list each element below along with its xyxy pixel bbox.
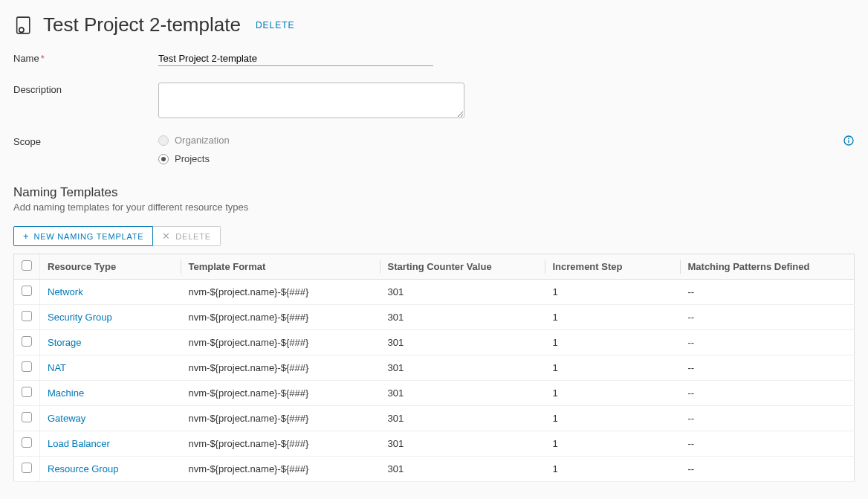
resource-type-cell[interactable]: Storage	[40, 330, 181, 355]
scope-organization-option: Organization	[158, 135, 230, 146]
plus-icon: +	[23, 231, 29, 241]
row-checkbox[interactable]	[22, 463, 32, 473]
resource-type-cell[interactable]: Machine	[40, 381, 181, 406]
row-checkbox[interactable]	[22, 286, 32, 296]
template-format-cell: nvm-${project.name}-${###}	[181, 330, 380, 355]
row-checkbox[interactable]	[22, 412, 32, 422]
template-format-cell: nvm-${project.name}-${###}	[181, 381, 380, 406]
resource-type-cell[interactable]: Network	[40, 280, 181, 305]
resource-type-cell[interactable]: Security Group	[40, 305, 181, 330]
starting-counter-cell: 301	[380, 431, 545, 457]
table-row: Resource Groupnvm-${project.name}-${###}…	[14, 457, 855, 482]
template-format-cell: nvm-${project.name}-${###}	[181, 280, 380, 305]
template-format-cell: nvm-${project.name}-${###}	[181, 457, 380, 482]
col-matching-patterns[interactable]: Matching Patterns Defined	[681, 254, 855, 280]
table-row: Security Groupnvm-${project.name}-${###}…	[14, 305, 855, 330]
row-checkbox-cell	[14, 457, 40, 482]
table-body: Networknvm-${project.name}-${###}3011--S…	[14, 280, 855, 482]
scope-label: Scope	[13, 135, 158, 147]
scope-info-icon[interactable]	[565, 135, 855, 147]
select-all-checkbox[interactable]	[22, 260, 32, 271]
radio-projects[interactable]	[158, 154, 169, 164]
starting-counter-cell: 301	[380, 381, 545, 406]
name-label-text: Name	[13, 53, 39, 64]
description-input[interactable]	[158, 83, 464, 118]
increment-step-cell: 1	[545, 431, 681, 457]
matching-patterns-cell: --	[681, 431, 855, 457]
matching-patterns-cell: --	[681, 406, 855, 431]
increment-step-cell: 1	[545, 330, 681, 355]
matching-patterns-cell: --	[681, 457, 855, 482]
matching-patterns-cell: --	[681, 280, 855, 305]
resource-type-cell[interactable]: Resource Group	[40, 457, 181, 482]
table-row: Machinenvm-${project.name}-${###}3011--	[14, 381, 855, 406]
matching-patterns-cell: --	[681, 381, 855, 406]
template-format-cell: nvm-${project.name}-${###}	[181, 305, 380, 330]
increment-step-cell: 1	[545, 280, 681, 305]
scope-radio-group: Organization Projects	[158, 135, 230, 164]
col-starting-counter[interactable]: Starting Counter Value	[380, 254, 545, 280]
table-row: NATnvm-${project.name}-${###}3011--	[14, 355, 855, 381]
row-checkbox-cell	[14, 406, 40, 431]
scope-projects-option[interactable]: Projects	[158, 153, 230, 164]
row-checkbox[interactable]	[22, 336, 32, 347]
row-checkbox-cell	[14, 381, 40, 406]
starting-counter-cell: 301	[380, 280, 545, 305]
template-format-cell: nvm-${project.name}-${###}	[181, 406, 380, 431]
page-title: Test Project 2-template	[43, 13, 241, 36]
radio-organization-label: Organization	[175, 135, 230, 146]
radio-projects-label[interactable]: Projects	[175, 153, 210, 164]
row-checkbox[interactable]	[22, 387, 32, 397]
name-row: Name*	[13, 51, 855, 66]
resource-type-cell[interactable]: Load Balancer	[40, 431, 181, 457]
matching-patterns-cell: --	[681, 330, 855, 355]
new-naming-template-button[interactable]: + NEW NAMING TEMPLATE	[13, 226, 153, 246]
close-icon: ✕	[162, 231, 171, 241]
section-title: Naming Templates	[13, 185, 855, 200]
new-naming-template-label: NEW NAMING TEMPLATE	[33, 232, 143, 241]
description-row: Description	[13, 83, 855, 118]
row-checkbox-cell	[14, 355, 40, 381]
page-header: Test Project 2-template DELETE	[13, 13, 855, 36]
increment-step-cell: 1	[545, 305, 681, 330]
matching-patterns-cell: --	[681, 305, 855, 330]
name-input[interactable]	[158, 51, 433, 66]
starting-counter-cell: 301	[380, 406, 545, 431]
radio-organization	[158, 135, 169, 146]
increment-step-cell: 1	[545, 457, 681, 482]
increment-step-cell: 1	[545, 355, 681, 381]
table-row: Networknvm-${project.name}-${###}3011--	[14, 280, 855, 305]
matching-patterns-cell: --	[681, 355, 855, 381]
row-checkbox-cell	[14, 431, 40, 457]
col-increment-step[interactable]: Increment Step	[545, 254, 681, 280]
col-template-format[interactable]: Template Format	[181, 254, 380, 280]
row-checkbox-cell	[14, 280, 40, 305]
name-label: Name*	[13, 51, 158, 64]
templates-table: Resource Type Template Format Starting C…	[13, 254, 855, 482]
template-icon	[13, 15, 34, 36]
table-toolbar: + NEW NAMING TEMPLATE ✕ DELETE	[13, 226, 855, 246]
resource-type-cell[interactable]: Gateway	[40, 406, 181, 431]
template-format-cell: nvm-${project.name}-${###}	[181, 355, 380, 381]
row-checkbox-cell	[14, 305, 40, 330]
delete-template-label: DELETE	[175, 232, 211, 241]
templates-table-wrap: Resource Type Template Format Starting C…	[13, 254, 855, 482]
increment-step-cell: 1	[545, 406, 681, 431]
table-row: Gatewaynvm-${project.name}-${###}3011--	[14, 406, 855, 431]
resource-type-cell[interactable]: NAT	[40, 355, 181, 381]
row-checkbox[interactable]	[22, 311, 32, 321]
table-row: Storagenvm-${project.name}-${###}3011--	[14, 330, 855, 355]
template-format-cell: nvm-${project.name}-${###}	[181, 431, 380, 457]
table-header-row: Resource Type Template Format Starting C…	[14, 254, 855, 280]
increment-step-cell: 1	[545, 381, 681, 406]
starting-counter-cell: 301	[380, 330, 545, 355]
row-checkbox[interactable]	[22, 361, 32, 372]
row-checkbox[interactable]	[22, 437, 32, 448]
scope-row: Scope Organization Projects	[13, 135, 855, 164]
delete-link[interactable]: DELETE	[256, 20, 295, 30]
svg-point-4	[849, 138, 849, 139]
delete-template-button: ✕ DELETE	[153, 226, 220, 246]
col-resource-type[interactable]: Resource Type	[40, 254, 181, 280]
row-checkbox-cell	[14, 330, 40, 355]
starting-counter-cell: 301	[380, 355, 545, 381]
